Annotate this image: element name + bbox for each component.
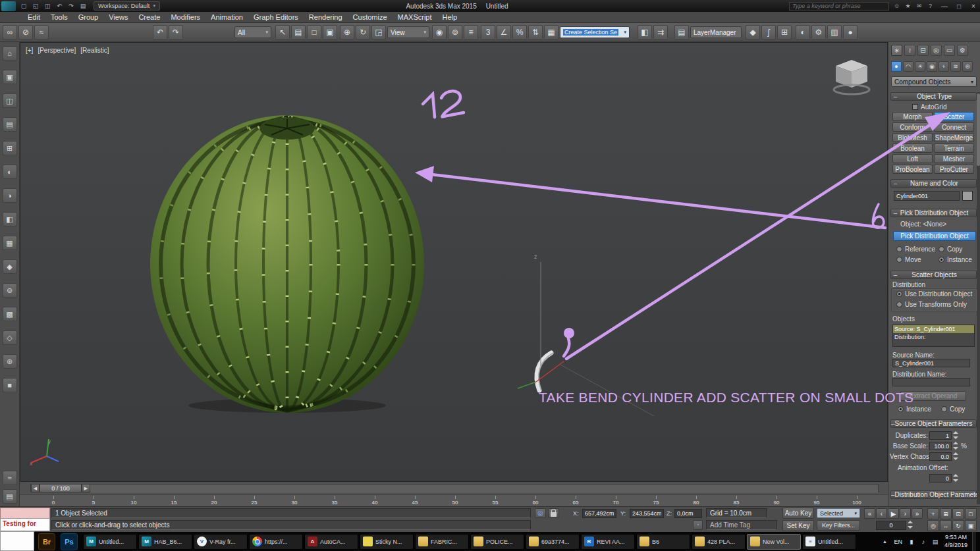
taskbar-item[interactable]: Untitled... (83, 534, 137, 550)
maximize-button[interactable]: □ (952, 1, 966, 11)
clock[interactable]: 9:53 AM 4/9/2019 (944, 534, 967, 549)
copy-radio[interactable]: Copy (939, 246, 962, 253)
time-slider-track[interactable]: ◀ 0 / 100 ▶ (30, 484, 879, 492)
help-icon[interactable]: ? (925, 1, 935, 11)
search-input[interactable] (789, 2, 889, 11)
z-coordinate-field[interactable] (674, 509, 702, 518)
left-toolbar-icon-15[interactable]: ■ (3, 378, 17, 392)
menu-item[interactable]: Modifiers (165, 12, 205, 22)
window-crossing-icon[interactable]: ▣ (323, 25, 337, 39)
zoom-all-icon[interactable]: ⊞ (940, 508, 952, 519)
left-toolbar-icon-9[interactable]: ▦ (3, 236, 17, 250)
viewport-menu-plus[interactable]: [+] (26, 47, 33, 54)
object-type-button[interactable]: ProBoolean (892, 165, 933, 174)
hierarchy-tab[interactable]: ⊟ (917, 45, 929, 56)
spinner-icon[interactable] (908, 521, 913, 529)
rendered-frame-icon[interactable]: ▥ (827, 25, 842, 39)
list-item[interactable]: Distribution: (893, 333, 974, 341)
selection-region-icon[interactable]: □ (307, 25, 321, 39)
favorites-icon[interactable]: ★ (903, 1, 913, 11)
left-toolbar-icon-4[interactable]: ▤ (3, 117, 17, 132)
select-and-move-icon[interactable]: ⊕ (340, 25, 354, 39)
systems-button[interactable]: ⊛ (962, 61, 973, 72)
menu-item[interactable]: Group (73, 12, 104, 22)
zoom-extents-icon[interactable]: ⊡ (952, 508, 964, 519)
left-toolbar-icon-5[interactable]: ⊞ (3, 141, 17, 155)
list-item[interactable]: Source: S_Cylinder001 (893, 325, 974, 333)
maximize-viewport-icon[interactable]: ▣ (965, 520, 977, 531)
left-toolbar-icon-14[interactable]: ⊛ (3, 354, 17, 369)
redo-icon[interactable]: ↷ (169, 25, 183, 39)
operand-copy-radio[interactable]: Copy (941, 406, 965, 413)
panel-scrollbar[interactable] (977, 92, 980, 504)
viewcube[interactable] (830, 57, 873, 95)
left-toolbar-icon-3[interactable]: ◫ (3, 93, 17, 108)
display-tab[interactable]: ▭ (944, 45, 955, 56)
project-folder-icon[interactable]: ▤ (78, 1, 88, 11)
use-transforms-only-radio[interactable]: Use Transforms Only (896, 301, 967, 308)
y-coordinate-field[interactable] (630, 509, 664, 518)
viewport-menu-view[interactable]: [Perspective] (38, 47, 76, 54)
taskbar-item[interactable]: FABRIC... (415, 534, 469, 550)
shapes-button[interactable]: ◠ (903, 61, 913, 72)
cameras-button[interactable]: ◉ (927, 61, 937, 72)
object-type-button[interactable]: Conform (892, 122, 933, 132)
menu-item[interactable]: Views (103, 12, 133, 22)
radio-icon[interactable] (898, 406, 904, 412)
maxscript-mini-listener[interactable] (0, 508, 50, 519)
radio-icon[interactable] (896, 302, 902, 307)
layer-manager-icon[interactable]: ▤ (674, 25, 689, 39)
taskbar-item[interactable]: AutoCA... (304, 534, 358, 550)
next-frame-icon[interactable]: › (900, 508, 911, 519)
edit-named-selection-sets-icon[interactable]: ▦ (544, 25, 558, 39)
render-setup-icon[interactable]: ⚙ (811, 25, 826, 39)
radio-icon[interactable] (941, 406, 947, 412)
mini-curve-editor-icon[interactable]: ≈ (3, 471, 17, 485)
spinner-icon[interactable] (953, 474, 959, 482)
unlink-selection-icon[interactable]: ⊘ (18, 25, 33, 39)
spacewarps-button[interactable]: ≋ (950, 61, 961, 72)
previous-frame-arrow[interactable]: ◀ (31, 484, 40, 492)
left-toolbar-icon-1[interactable]: ⌂ (3, 46, 17, 61)
network-icon[interactable]: ▤ (931, 537, 940, 546)
sign-in-icon[interactable]: ☺ (892, 1, 902, 11)
battery-icon[interactable]: ▮ (907, 537, 916, 546)
x-coordinate-field[interactable] (582, 509, 616, 518)
radio-icon[interactable] (939, 257, 944, 263)
object-type-button[interactable]: BlobMesh (892, 133, 933, 142)
new-scene-icon[interactable]: ▢ (18, 1, 29, 11)
align-icon[interactable]: ⇉ (653, 25, 668, 39)
time-tag[interactable]: Add Time Tag (706, 520, 777, 530)
left-toolbar-icon-6[interactable]: ◐ (3, 165, 17, 179)
object-type-button[interactable]: ProCutter (934, 165, 974, 174)
material-editor-icon[interactable]: ◐ (796, 25, 810, 39)
redo-icon[interactable]: ↷ (66, 1, 76, 11)
taskbar-item[interactable]: REVI AA... (581, 534, 635, 550)
left-toolbar-icon-7[interactable]: ◑ (3, 188, 17, 203)
left-toolbar-icon-10[interactable]: ◆ (3, 259, 17, 274)
lights-button[interactable]: ☀ (915, 61, 925, 72)
helpers-button[interactable]: + (939, 61, 949, 72)
reference-coordinate-dropdown[interactable]: View ▾ (387, 26, 429, 38)
select-and-link-icon[interactable]: ∞ (3, 25, 17, 39)
vertex-chaos-field[interactable] (929, 452, 952, 461)
undo-icon[interactable]: ↶ (153, 25, 167, 39)
object-name-field[interactable] (894, 191, 960, 201)
previous-frame-icon[interactable]: ‹ (876, 508, 887, 519)
rollout-distribution-object-parameter[interactable]: – Distribution Object Parameter (890, 490, 977, 499)
rollout-pick-distribution[interactable]: – Pick Distribution Object (890, 209, 977, 217)
close-button[interactable]: × (967, 1, 980, 11)
language-indicator[interactable]: EN (894, 538, 902, 545)
auto-key-button[interactable]: Auto Key (782, 508, 814, 519)
time-slider-handle[interactable]: 0 / 100 (40, 484, 82, 492)
menu-item[interactable]: Animation (205, 12, 248, 22)
tray-expand-icon[interactable]: ▲ (880, 537, 889, 546)
taskbar-item[interactable]: V-Ray fr... (194, 534, 248, 550)
select-by-name-icon[interactable]: ▤ (291, 25, 306, 39)
viewport-menu-shading[interactable]: [Realistic] (80, 47, 109, 54)
radio-icon[interactable] (939, 246, 944, 252)
selection-lock-toggle[interactable] (548, 508, 559, 518)
source-name-field[interactable] (892, 359, 970, 367)
base-scale-field[interactable] (929, 442, 952, 450)
object-type-button[interactable]: ShapeMerge (934, 133, 974, 142)
